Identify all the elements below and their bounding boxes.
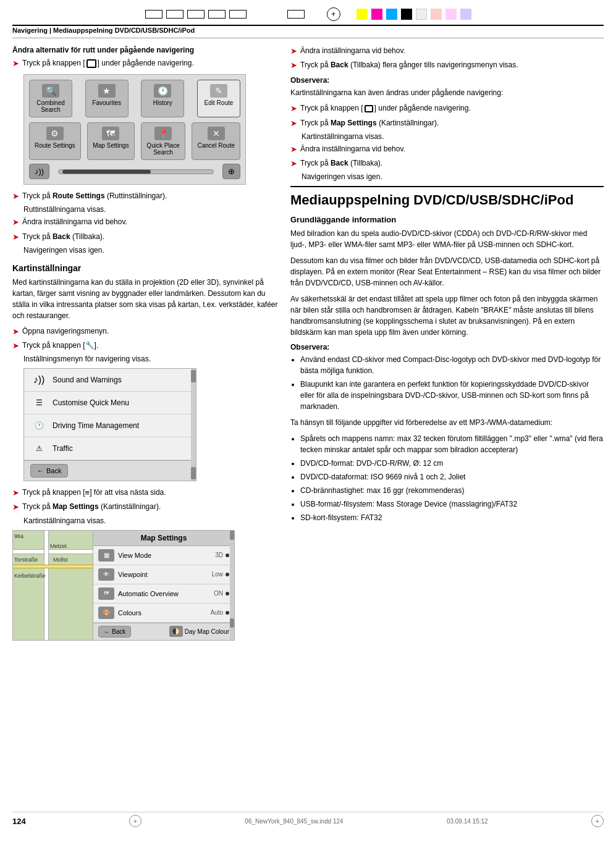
page-footer: 124 + 06_NewYork_840_845_sw.indd 124 03.…: [12, 812, 604, 830]
colours-value: Auto: [210, 609, 223, 616]
arrow-icon-6: ➤: [12, 340, 19, 352]
settings-item-quick-menu[interactable]: ☰ Customise Quick Menu: [24, 392, 196, 415]
traffic-label: Traffic: [53, 444, 190, 453]
media-bullet-6: SD-kort-filsystem: FAT32: [300, 512, 604, 523]
history-icon: 🕐: [154, 84, 171, 98]
nav-btn-route-settings-label: Route Settings: [35, 142, 75, 149]
nav-btn-edit-route-label: Edit Route: [205, 99, 234, 106]
media-bullet-4: CD-brännhastighet: max 16 ggr (rekommend…: [300, 485, 604, 496]
settings-item-sound[interactable]: ♪)) Sound and Warnings: [24, 369, 196, 392]
arrow-icon-3: ➤: [12, 217, 19, 228]
map-settings-header: Map Settings: [93, 531, 234, 546]
nav-btn-map-settings[interactable]: 🗺 Map Settings: [87, 122, 134, 160]
nav-btn-history-label: History: [153, 99, 172, 106]
main-content: Ändra alternativ för rutt under pågående…: [12, 46, 604, 647]
observera3-bullet-1: Använd endast CD-skivor med Compact-Disc…: [300, 354, 604, 376]
media-heading: Mediauppspelning DVD/CD/USB/SDHC/iPod: [290, 192, 604, 208]
street-label-keibelstrasse: Keibelstraße: [14, 573, 46, 579]
nav-btn-combined[interactable]: 🔍 Combined Search: [29, 80, 72, 117]
cancel-route-icon: ✕: [208, 127, 225, 140]
auto-overview-label: Automatic Overview: [118, 590, 214, 597]
nav-btn-edit-route[interactable]: ✎ Edit Route: [197, 80, 240, 117]
obs2-step3-text: Ändra inställningarna vid behov.: [300, 144, 405, 154]
obs2-arrow-1: ➤: [290, 103, 297, 114]
reg-mark-footer-left: +: [129, 815, 141, 827]
obs2-step4-text: Tryck på Back (Tillbaka).: [300, 158, 382, 169]
map-back-button[interactable]: ← Back: [98, 626, 131, 638]
media-para1: Med bilradion kan du spela audio-DVD/CD-…: [290, 228, 604, 250]
map-setting-view-mode[interactable]: ▦ View Mode 3D: [93, 546, 234, 565]
street-label-metzel: Metzel.: [50, 543, 68, 549]
nav-btn-cancel-route[interactable]: ✕ Cancel Route: [192, 122, 240, 160]
media-bullet-3: DVD/CD-dataformat: ISO 9669 nivå 1 och 2…: [300, 471, 604, 482]
map-image: 96a Metzel. Torstraße Mollst Keibelstraß…: [13, 531, 93, 640]
settings-screenshot: ♪)) Sound and Warnings ☰ Customise Quick…: [23, 368, 196, 481]
nav-btn-favourites[interactable]: ★ Favourites: [85, 80, 129, 117]
back-button[interactable]: ← Back: [30, 464, 68, 478]
arrow-icon-4: ➤: [12, 232, 19, 243]
settings-item-driving-time[interactable]: 🕐 Driving Time Management: [24, 415, 196, 437]
page-wrapper: + Navigering | Mediauppspelning DVD/CD/U…: [12, 25, 604, 830]
media-button[interactable]: ⊕: [222, 164, 240, 179]
media-para2: Dessutom kan du visa filmer och bilder f…: [290, 255, 604, 288]
map-setting-auto-overview[interactable]: 🗺 Automatic Overview ON: [93, 584, 234, 604]
obs2-step2: ➤ Tryck på Map Settings (Kartinställning…: [290, 118, 604, 129]
colours-dot: [226, 611, 229, 615]
volume-button[interactable]: ♪)): [29, 164, 49, 179]
obs2-step2-desc: Kartinställningarna visas.: [290, 132, 604, 141]
kart-step1-text: Öppna navigeringsmenyn.: [22, 326, 109, 337]
kart-step3-text: Tryck på knappen [≡] för att visa nästa …: [22, 487, 166, 499]
crop-rect-1: [145, 10, 162, 19]
right-step-change-text: Ändra inställningarna vid behov.: [300, 46, 405, 56]
progress-bar: [58, 169, 214, 174]
left-column: Ändra alternativ för rutt under pågående…: [12, 46, 278, 647]
step-back-text: Tryck på Back (Tillbaka).: [22, 232, 104, 242]
map-scrollbar: [230, 531, 234, 640]
crop-rect-2: [166, 10, 184, 19]
sound-label: Sound and Warnings: [53, 376, 190, 384]
obs2-arrow-2: ➤: [290, 118, 297, 129]
quick-menu-label: Customise Quick Menu: [53, 398, 190, 407]
sound-icon: ♪)): [30, 373, 48, 387]
color-lightblue: [460, 9, 471, 20]
arrow-icon-7: ➤: [12, 487, 19, 499]
back-desc: Navigeringen visas igen.: [12, 246, 278, 255]
media-section-divider: Mediauppspelning DVD/CD/USB/SDHC/iPod: [290, 186, 604, 208]
nav-btn-map-settings-label: Map Settings: [93, 142, 129, 149]
road-yellow: [13, 565, 93, 568]
obs2-step4-desc: Navigeringen visas igen.: [290, 172, 604, 181]
obs2-arrow-4: ➤: [290, 158, 297, 169]
obs2-step4: ➤ Tryck på Back (Tillbaka).: [290, 158, 604, 169]
viewpoint-icon: 👁: [98, 568, 114, 581]
nav-btn-route-settings[interactable]: ⚙ Route Settings: [29, 122, 81, 160]
crop-marks-top: +: [12, 3, 604, 25]
nav-btn-history[interactable]: 🕐 History: [141, 80, 184, 117]
back-btn-row: ← Back: [24, 460, 196, 481]
favourites-icon: ★: [98, 84, 116, 98]
media-subsection-title: Grundläggande information: [290, 215, 604, 224]
observera3-bullet-2: Blaupunkt kan inte garantera en perfekt …: [300, 379, 604, 412]
street-label-96a: 96a: [14, 533, 23, 539]
crop-rect-4: [208, 10, 226, 19]
auto-overview-icon: 🗺: [98, 587, 114, 600]
obs2-arrow-3: ➤: [290, 144, 297, 155]
view-mode-icon: ▦: [98, 549, 114, 562]
nav-btn-combined-label: Combined Search: [36, 99, 65, 113]
nav-btn-quick-place[interactable]: 📍 Quick Place Search: [141, 122, 185, 160]
traffic-icon: ⚠: [30, 442, 48, 455]
driving-time-icon: 🕐: [30, 419, 48, 432]
route-settings-desc: Ruttinställningarna visas.: [12, 205, 278, 214]
back-button-label: Back: [46, 467, 61, 474]
right-arrow-icon-2: ➤: [290, 60, 297, 71]
route-settings-icon: ⚙: [46, 127, 64, 140]
viewpoint-dot: [226, 573, 229, 576]
map-setting-viewpoint[interactable]: 👁 Viewpoint Low: [93, 565, 234, 584]
header-text: Navigering | Mediauppspelning DVD/CD/USB…: [12, 27, 604, 38]
nav-screenshot: 🔍 Combined Search ★ Favourites 🕐 History…: [23, 74, 246, 185]
step-change-text: Ändra inställningarna vid behov.: [22, 217, 127, 227]
map-setting-colours[interactable]: 🎨 Colours Auto: [93, 604, 234, 623]
step1-text: Tryck på knappen [] under pågående navig…: [22, 58, 194, 69]
settings-item-traffic[interactable]: ⚠ Traffic: [24, 437, 196, 460]
road-horizontal: [13, 549, 93, 554]
day-map-colour-row: 🌓 Day Map Colour: [169, 626, 229, 637]
